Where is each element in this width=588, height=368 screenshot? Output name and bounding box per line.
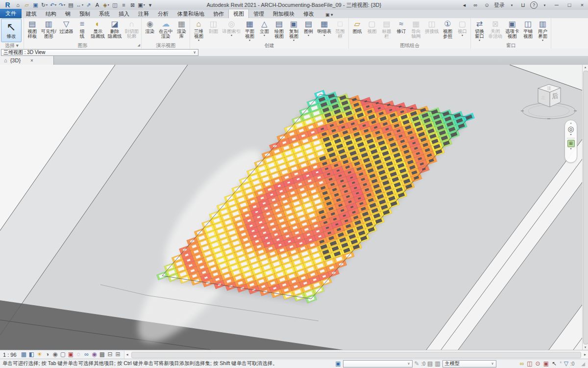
- thin-lines-icon[interactable]: ≡: [120, 1, 128, 9]
- navigation-bar[interactable]: ●◎▾⊞▾: [564, 120, 577, 163]
- horizontal-scrollbar[interactable]: ◂ ▸: [124, 351, 588, 359]
- filters-button[interactable]: ▽过滤器: [58, 19, 75, 42]
- horizontal-scrollbar-thumb[interactable]: [131, 352, 581, 358]
- tab-视图[interactable]: 视图: [228, 9, 249, 18]
- render-in-cloud-button[interactable]: ☁在云中渲染: [157, 19, 174, 42]
- 3d-view-button[interactable]: ⌂三维视图▾: [191, 19, 206, 42]
- collapse-icon[interactable]: ◂: [460, 1, 468, 9]
- crop-view-icon[interactable]: ▢: [59, 350, 67, 359]
- show-crop-region-icon[interactable]: ▣: [67, 350, 75, 359]
- revisions-button[interactable]: ≈修订: [394, 19, 409, 42]
- rendering-dialog-icon[interactable]: ◉: [51, 350, 59, 359]
- full-navigation-wheel-icon[interactable]: ◎: [567, 125, 574, 133]
- shadows-icon[interactable]: ◑: [44, 350, 51, 359]
- scroll-left-icon[interactable]: ◂: [124, 351, 130, 359]
- scroll-down-icon[interactable]: ▾: [583, 345, 588, 349]
- select-pinned-toggle[interactable]: ⊙: [536, 360, 540, 367]
- design-options-icon[interactable]: ▥: [435, 360, 440, 367]
- redo-icon[interactable]: ↷▾: [58, 1, 66, 9]
- drafting-view-button[interactable]: ▤绘图视图: [271, 19, 286, 42]
- select-by-face-toggle[interactable]: ▣: [543, 360, 549, 367]
- help-caret-icon[interactable]: ▾: [540, 1, 549, 9]
- switch-windows-button[interactable]: ⇄切换窗口▾: [472, 19, 487, 42]
- tab-预制[interactable]: 预制: [75, 9, 95, 18]
- tab-views-button[interactable]: ▣选项卡视图: [504, 19, 521, 42]
- thin-lines-button[interactable]: ≡细线: [74, 19, 89, 42]
- close-button[interactable]: ×: [577, 2, 587, 8]
- scroll-right-icon[interactable]: ▸: [582, 351, 588, 359]
- worksets-select[interactable]: ∨: [343, 360, 413, 368]
- tab-建筑[interactable]: 建筑: [22, 9, 41, 18]
- tab-修改[interactable]: 修改: [299, 9, 318, 18]
- user-interface-button[interactable]: ▥用户界面▾: [535, 19, 550, 42]
- view-tab-3d[interactable]: ⌂ {3D} ×: [0, 56, 54, 65]
- print-icon[interactable]: ▤: [67, 1, 75, 9]
- sun-path-icon[interactable]: ☀: [36, 350, 44, 359]
- text-icon[interactable]: A: [93, 1, 101, 9]
- visual-style-icon[interactable]: ◧: [28, 350, 36, 359]
- chevron-down-icon[interactable]: ▾: [570, 147, 571, 151]
- tab-钢[interactable]: 钢: [61, 9, 75, 18]
- drawing-area[interactable]: 后顶左●◎▾⊞▾: [0, 65, 582, 350]
- view-reference-button[interactable]: ①视图参照: [440, 19, 455, 42]
- zoom-icon[interactable]: ⊞: [567, 140, 575, 147]
- temporary-hide-isolate-icon[interactable]: ∞: [83, 350, 91, 359]
- minimize-button[interactable]: ─: [552, 2, 562, 8]
- editable-only-icon[interactable]: ▤: [427, 360, 433, 367]
- scroll-up-icon[interactable]: ▴: [583, 65, 588, 69]
- reveal-constraints-icon[interactable]: ⊞: [114, 350, 122, 359]
- app-store-icon[interactable]: ⊔: [519, 1, 527, 9]
- sheet-button[interactable]: ▱图纸: [350, 19, 365, 42]
- tab-结构[interactable]: 结构: [41, 9, 61, 18]
- modify-button[interactable]: ↖修改: [1, 19, 22, 42]
- temporary-view-properties-icon[interactable]: ▩: [98, 350, 106, 359]
- tile-views-button[interactable]: ◫平铺视图: [520, 19, 535, 42]
- help-icon[interactable]: ?: [530, 1, 538, 9]
- save-icon[interactable]: ▣: [31, 1, 40, 9]
- revit-logo[interactable]: R: [2, 1, 13, 9]
- render-gallery-button[interactable]: ▦渲染库: [174, 19, 189, 42]
- tab-文件[interactable]: 文件: [0, 9, 22, 18]
- drag-on-selection-toggle[interactable]: ↖: [552, 360, 557, 367]
- search-icon[interactable]: ∞: [471, 1, 480, 9]
- default-3d-view-icon[interactable]: ◈▾: [102, 1, 110, 9]
- select-links-toggle[interactable]: ∞: [520, 360, 524, 367]
- tab-注释[interactable]: 注释: [134, 9, 153, 18]
- account-icon[interactable]: ☺: [483, 1, 491, 9]
- measure-icon[interactable]: ↔▾: [75, 1, 84, 9]
- tab-管理[interactable]: 管理: [249, 9, 269, 18]
- vertical-scrollbar-thumb[interactable]: [583, 71, 588, 344]
- section-icon[interactable]: ◫: [111, 1, 119, 9]
- detail-level-icon[interactable]: ▦: [20, 350, 28, 359]
- design-options-select[interactable]: 主模型 ∨: [442, 360, 496, 368]
- show-hidden-lines-button[interactable]: ◐显示隐藏线: [89, 19, 106, 42]
- switch-windows-icon[interactable]: ▣▾: [137, 1, 146, 9]
- selection-filter-icon[interactable]: ▽: [564, 360, 568, 367]
- remove-hidden-lines-button[interactable]: ◪删除隐藏线: [106, 19, 123, 42]
- tab-协作[interactable]: 协作: [209, 9, 228, 18]
- dialog-launcher-icon[interactable]: ◢: [138, 42, 140, 48]
- undo-icon[interactable]: ↶▾: [49, 1, 57, 9]
- sign-in-label[interactable]: 登录: [494, 1, 505, 9]
- render-button[interactable]: ◉渲染: [143, 19, 157, 42]
- vertical-scrollbar[interactable]: ▴ ▾: [582, 65, 588, 350]
- tab-体量和场地[interactable]: 体量和场地: [173, 9, 209, 18]
- view-template-button[interactable]: ▤视图样板: [25, 19, 40, 42]
- editing-requests-icon[interactable]: ✎: [415, 360, 419, 367]
- select-underlay-toggle[interactable]: ◫: [527, 360, 532, 367]
- tab-系统[interactable]: 系统: [95, 9, 114, 18]
- home-icon[interactable]: ⌂: [14, 1, 22, 9]
- legends-button[interactable]: ▤图例▾: [301, 19, 316, 42]
- tab-附加模块[interactable]: 附加模块: [269, 9, 299, 18]
- visibility-graphics-button[interactable]: ▥可见性/图形: [40, 19, 58, 42]
- worksets-icon[interactable]: ▣: [335, 360, 341, 367]
- maximize-button[interactable]: □: [564, 2, 574, 8]
- sync-with-central-icon[interactable]: ↻▾: [40, 1, 49, 9]
- tab-分析[interactable]: 分析: [153, 9, 173, 18]
- locked-3d-view-icon[interactable]: ◌: [75, 350, 83, 359]
- close-icon[interactable]: ×: [30, 58, 33, 63]
- schedules-button[interactable]: ▦明细表▾: [316, 19, 333, 42]
- scale-button[interactable]: 1 : 96: [0, 352, 20, 358]
- aligned-dimension-icon[interactable]: ⇗: [84, 1, 93, 9]
- chevron-down-icon[interactable]: ▾: [570, 133, 571, 136]
